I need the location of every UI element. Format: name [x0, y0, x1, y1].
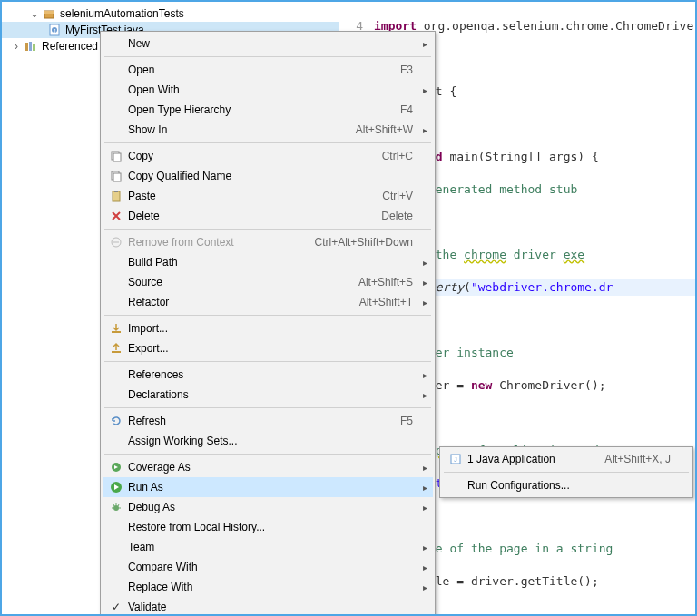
menu-declarations[interactable]: Declarations [103, 385, 433, 405]
menu-assign-working-sets[interactable]: Assign Working Sets... [103, 431, 433, 451]
menu-copy[interactable]: CopyCtrl+C [103, 146, 433, 166]
menu-open-type-hierarchy[interactable]: Open Type HierarchyF4 [103, 100, 433, 120]
copy-icon [104, 150, 128, 162]
menu-validate[interactable]: ✓Validate [103, 597, 433, 616]
svg-rect-18 [112, 331, 121, 333]
copy-qualified-icon [104, 170, 128, 182]
svg-rect-19 [112, 351, 121, 353]
svg-rect-9 [113, 153, 121, 161]
menu-debug-as[interactable]: Debug As [103, 497, 433, 517]
menu-delete[interactable]: DeleteDelete [103, 206, 433, 226]
check-icon: ✓ [104, 601, 128, 613]
separator [444, 472, 689, 473]
separator [104, 361, 431, 362]
menu-compare-with[interactable]: Compare With [103, 557, 433, 577]
svg-rect-6 [29, 42, 32, 51]
menu-open[interactable]: OpenF3 [103, 60, 433, 80]
java-app-icon: J [444, 453, 467, 465]
context-menu: New OpenF3 Open With Open Type Hierarchy… [100, 31, 436, 616]
separator [104, 454, 431, 455]
separator [104, 56, 431, 57]
menu-run-as[interactable]: Run As [103, 477, 433, 497]
separator [104, 142, 431, 143]
menu-remove-context: Remove from ContextCtrl+Alt+Shift+Down [103, 232, 433, 252]
submenu-run-configurations[interactable]: Run Configurations... [442, 475, 691, 495]
menu-coverage-as[interactable]: Coverage As [103, 457, 433, 477]
run-icon [104, 481, 128, 494]
chevron-down-icon: ⌄ [29, 8, 40, 19]
svg-rect-13 [114, 191, 118, 192]
menu-build-path[interactable]: Build Path [103, 252, 433, 272]
debug-icon [104, 501, 128, 513]
chevron-right-icon: › [11, 41, 22, 52]
import-icon [104, 322, 128, 335]
menu-copy-qualified[interactable]: Copy Qualified Name [103, 166, 433, 186]
menu-import[interactable]: Import... [103, 318, 433, 338]
refresh-icon [104, 415, 128, 427]
run-as-submenu: J1 Java ApplicationAlt+Shift+X, J Run Co… [439, 446, 693, 498]
svg-line-27 [118, 504, 119, 506]
menu-show-in[interactable]: Show InAlt+Shift+W [103, 120, 433, 140]
menu-team[interactable]: Team [103, 537, 433, 557]
svg-text:J: J [454, 456, 457, 463]
delete-icon [104, 210, 128, 222]
separator [104, 229, 431, 230]
coverage-icon [104, 461, 128, 474]
svg-rect-5 [25, 43, 28, 51]
menu-references[interactable]: References [103, 365, 433, 385]
project-label: seleniumAutomationTests [60, 7, 184, 20]
referenced-label: Referenced [42, 40, 98, 53]
code-text: main(String[] args) { [443, 150, 599, 163]
menu-new[interactable]: New [103, 34, 433, 54]
menu-open-with[interactable]: Open With [103, 80, 433, 100]
java-file-icon: J [47, 23, 62, 37]
menu-source[interactable]: SourceAlt+Shift+S [103, 272, 433, 292]
remove-context-icon [104, 236, 128, 249]
svg-rect-11 [113, 173, 121, 181]
separator [104, 407, 431, 408]
svg-rect-12 [113, 191, 120, 201]
library-icon [24, 39, 38, 54]
menu-replace-with[interactable]: Replace With [103, 577, 433, 597]
menu-restore-history[interactable]: Restore from Local History... [103, 517, 433, 537]
svg-text:J: J [54, 28, 56, 34]
project-node[interactable]: ⌄ seleniumAutomationTests [2, 5, 339, 22]
svg-rect-7 [33, 44, 35, 51]
export-icon [104, 342, 128, 355]
submenu-java-application[interactable]: J1 Java ApplicationAlt+Shift+X, J [442, 449, 691, 469]
menu-refresh[interactable]: RefreshF5 [103, 411, 433, 431]
separator [104, 315, 431, 316]
menu-export[interactable]: Export... [103, 338, 433, 358]
paste-icon [104, 190, 128, 202]
menu-paste[interactable]: PasteCtrl+V [103, 186, 433, 206]
package-icon [42, 6, 56, 21]
menu-refactor[interactable]: RefactorAlt+Shift+T [103, 292, 433, 312]
svg-rect-1 [44, 11, 54, 14]
svg-line-26 [113, 504, 114, 506]
